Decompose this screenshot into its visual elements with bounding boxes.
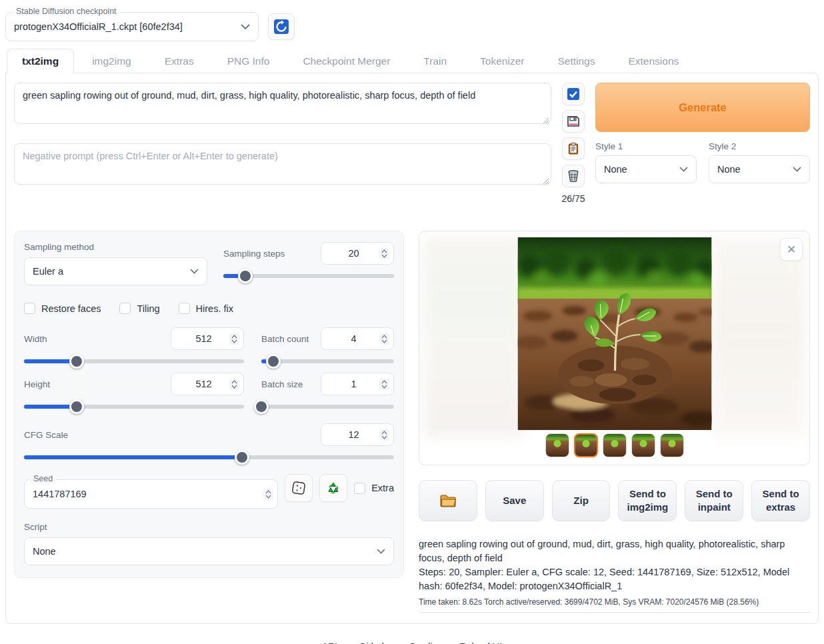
width-slider[interactable] bbox=[24, 359, 244, 363]
batch-size-slider[interactable] bbox=[261, 405, 394, 409]
restore-faces-checkbox[interactable]: Restore faces bbox=[24, 303, 101, 314]
tab-extensions[interactable]: Extensions bbox=[613, 49, 694, 73]
seed-label: Seed bbox=[30, 474, 56, 483]
footer-link-api[interactable]: API bbox=[322, 641, 337, 644]
stepper-arrows-icon[interactable] bbox=[379, 333, 389, 345]
height-input[interactable]: 512 bbox=[171, 373, 244, 395]
batch-size-input[interactable]: 1 bbox=[321, 373, 394, 395]
height-label: Height bbox=[24, 379, 50, 389]
width-value: 512 bbox=[178, 333, 229, 344]
sampling-steps-slider[interactable] bbox=[223, 274, 394, 278]
generate-button[interactable]: Generate bbox=[595, 83, 810, 132]
tab-checkpoint-merger[interactable]: Checkpoint Merger bbox=[287, 49, 405, 73]
close-gallery-button[interactable]: ✕ bbox=[780, 238, 803, 261]
hires-fix-checkbox[interactable]: Hires. fix bbox=[179, 303, 233, 314]
refresh-checkpoint-button[interactable] bbox=[268, 13, 295, 40]
stepper-arrows-icon[interactable] bbox=[229, 333, 239, 345]
checkbox-box[interactable] bbox=[179, 303, 190, 314]
token-counter: 26/75 bbox=[561, 193, 585, 204]
slider-handle[interactable] bbox=[254, 399, 269, 414]
cfg-scale-input[interactable]: 12 bbox=[321, 423, 394, 446]
gallery-thumbnail-4[interactable] bbox=[631, 433, 655, 457]
batch-size-value: 1 bbox=[328, 379, 379, 389]
stepper-arrows-icon[interactable] bbox=[263, 489, 273, 500]
checkbox-box[interactable] bbox=[119, 303, 131, 314]
chevron-down-icon bbox=[190, 269, 199, 274]
slider-handle[interactable] bbox=[69, 399, 84, 414]
chevron-down-icon bbox=[679, 167, 688, 172]
footer: API • Github • Gradio • Reload UI python… bbox=[5, 641, 819, 644]
extra-label: Extra bbox=[371, 483, 394, 493]
tab-img2img[interactable]: img2img bbox=[77, 49, 147, 73]
send-to-extras-button[interactable]: Send to extras bbox=[751, 480, 810, 521]
batch-count-slider[interactable] bbox=[261, 359, 394, 363]
slider-handle[interactable] bbox=[238, 269, 253, 283]
generated-image[interactable] bbox=[517, 237, 711, 430]
footer-link-gradio[interactable]: Gradio bbox=[409, 641, 438, 644]
extra-seed-checkbox[interactable]: Extra bbox=[354, 483, 394, 494]
refresh-icon bbox=[273, 19, 289, 35]
hires-fix-label: Hires. fix bbox=[196, 303, 233, 314]
tab-txt2img[interactable]: txt2img bbox=[7, 49, 74, 73]
footer-link-github[interactable]: Github bbox=[359, 641, 387, 644]
footer-link-reload-ui[interactable]: Reload UI bbox=[459, 641, 502, 644]
apply-style-button[interactable] bbox=[562, 83, 585, 105]
stepper-arrows-icon[interactable] bbox=[379, 379, 389, 390]
checkpoint-dropdown[interactable]: Stable Diffusion checkpoint protogenX34O… bbox=[5, 12, 259, 41]
stepper-arrows-icon[interactable] bbox=[379, 248, 389, 259]
sampling-method-value: Euler a bbox=[33, 266, 190, 277]
check-style-icon bbox=[567, 87, 580, 101]
gallery-thumbnail-1[interactable] bbox=[545, 433, 569, 457]
cfg-scale-slider[interactable] bbox=[24, 455, 394, 459]
random-seed-button[interactable] bbox=[285, 474, 313, 502]
save-button[interactable]: Save bbox=[485, 480, 544, 521]
output-gallery: ✕ bbox=[419, 231, 810, 465]
tab-train[interactable]: Train bbox=[408, 49, 462, 73]
style1-dropdown[interactable]: None bbox=[595, 155, 697, 183]
save-style-button[interactable] bbox=[562, 110, 585, 133]
gallery-thumbnail-3[interactable] bbox=[603, 433, 627, 457]
tiling-checkbox[interactable]: Tiling bbox=[119, 303, 159, 314]
style2-dropdown[interactable]: None bbox=[709, 155, 810, 183]
clear-prompt-button[interactable] bbox=[562, 165, 585, 187]
sampling-method-dropdown[interactable]: Euler a bbox=[24, 257, 207, 285]
slider-handle[interactable] bbox=[69, 354, 84, 369]
close-icon: ✕ bbox=[787, 243, 796, 257]
tab-settings[interactable]: Settings bbox=[542, 49, 610, 73]
stepper-arrows-icon[interactable] bbox=[379, 429, 389, 441]
stepper-arrows-icon[interactable] bbox=[229, 379, 239, 390]
style2-value: None bbox=[717, 164, 793, 175]
checkbox-box[interactable] bbox=[354, 483, 365, 494]
slider-handle[interactable] bbox=[235, 450, 249, 465]
script-dropdown[interactable]: None bbox=[24, 537, 394, 565]
paste-style-button[interactable] bbox=[562, 137, 585, 160]
dice-icon bbox=[291, 481, 306, 495]
send-to-inpaint-button[interactable]: Send to inpaint bbox=[685, 480, 743, 521]
generation-info: green sapling rowing out of ground, mud,… bbox=[419, 537, 810, 613]
prompt-input[interactable]: green sapling rowing out of ground, mud,… bbox=[14, 83, 551, 124]
checkbox-box[interactable] bbox=[24, 303, 35, 314]
width-input[interactable]: 512 bbox=[171, 327, 244, 350]
batch-size-label: Batch size bbox=[261, 379, 303, 389]
tab-png-info[interactable]: PNG Info bbox=[212, 49, 285, 73]
batch-count-input[interactable]: 4 bbox=[321, 327, 394, 350]
zip-button[interactable]: Zip bbox=[552, 480, 611, 521]
slider-handle[interactable] bbox=[266, 354, 281, 369]
chevron-down-icon bbox=[793, 167, 801, 172]
seed-input[interactable]: Seed 1441787169 bbox=[24, 479, 278, 509]
style2-label: Style 2 bbox=[709, 141, 810, 151]
cfg-scale-label: CFG Scale bbox=[24, 430, 68, 440]
height-slider[interactable] bbox=[24, 405, 244, 409]
negative-prompt-input[interactable] bbox=[14, 143, 551, 185]
sampling-steps-input[interactable]: 20 bbox=[321, 242, 394, 265]
style1-label: Style 1 bbox=[595, 141, 697, 151]
sampling-method-label: Sampling method bbox=[24, 242, 207, 252]
tab-tokenizer[interactable]: Tokenizer bbox=[465, 49, 539, 73]
reuse-seed-button[interactable] bbox=[319, 474, 347, 502]
send-to-img2img-button[interactable]: Send to img2img bbox=[618, 480, 677, 521]
gallery-thumbnail-2[interactable] bbox=[574, 433, 598, 457]
tab-extras[interactable]: Extras bbox=[149, 49, 209, 73]
gallery-blur-backdrop bbox=[712, 237, 805, 437]
open-folder-button[interactable] bbox=[419, 480, 477, 521]
gallery-thumbnail-5[interactable] bbox=[660, 433, 684, 457]
